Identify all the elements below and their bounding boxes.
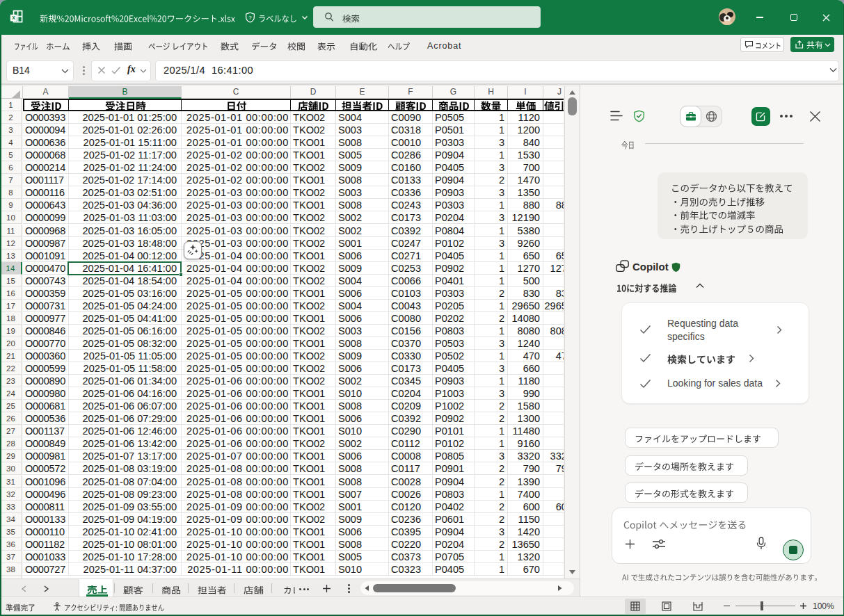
- svg-text:x: x: [12, 14, 15, 21]
- svg-text:?: ?: [248, 15, 252, 21]
